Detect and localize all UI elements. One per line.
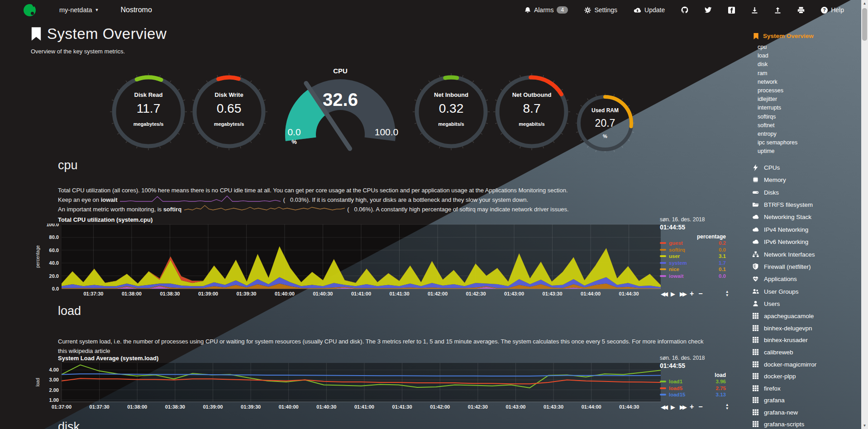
- sidebar-item-ipv6-networking[interactable]: IPv6 Networking: [752, 236, 859, 248]
- legend-row-iowait[interactable]: iowait0.0: [660, 273, 726, 280]
- page-scrollbar[interactable]: ▲ ▼: [861, 0, 868, 429]
- load-chart[interactable]: System Load Average (system.load)load1.0…: [35, 355, 723, 414]
- play-icon[interactable]: ▶: [671, 404, 675, 410]
- legend-row-load5[interactable]: load52.75: [660, 385, 726, 392]
- sidebar-item-calibreweb[interactable]: calibreweb: [752, 346, 859, 358]
- gauge-cpu[interactable]: CPU32.60.0100.0%: [272, 63, 408, 154]
- sidebar-item-label: docker-plpp: [764, 373, 796, 380]
- sidebar-item-grafana[interactable]: grafana: [752, 394, 859, 406]
- x-tick-label: 01:42:00: [428, 291, 448, 296]
- legend-row-load1[interactable]: load13.96: [660, 378, 726, 385]
- sidebar-item-firewall-netfilter-[interactable]: Firewall (netfilter): [752, 261, 859, 273]
- sidebar-item-network-interfaces[interactable]: Network Interfaces: [752, 248, 859, 260]
- resize-handle-icon[interactable]: ▲▼: [725, 403, 729, 410]
- sidebar-item-system-overview[interactable]: System Overview: [753, 33, 859, 39]
- legend-row-nice[interactable]: nice0.1: [660, 266, 726, 273]
- legend-row-softirq[interactable]: softirq0.0: [660, 247, 726, 253]
- hostname[interactable]: Nostromo: [120, 6, 152, 14]
- gauge-net-inbound[interactable]: Net Inbound0.32megabits/s: [413, 73, 490, 150]
- github-link[interactable]: [681, 6, 688, 14]
- twitter-link[interactable]: [705, 7, 712, 13]
- zoom-out-icon[interactable]: −: [698, 403, 702, 410]
- sidebar-item-user-groups[interactable]: User Groups: [752, 286, 859, 298]
- sidebar-item-grafana-scripts[interactable]: grafana-scripts: [752, 419, 859, 429]
- facebook-link[interactable]: [728, 7, 735, 14]
- load-description: Current system load, i.e. the number of …: [58, 337, 705, 356]
- zoom-in-icon[interactable]: +: [690, 403, 694, 410]
- skip-backward-icon[interactable]: ◀◀: [661, 291, 666, 297]
- section-heading-cpu: cpu: [58, 158, 78, 172]
- cloud-icon: [752, 226, 759, 233]
- legend-row-guest[interactable]: guest0.2: [660, 240, 726, 247]
- sidebar-item-binhex-krusader[interactable]: binhex-krusader: [752, 334, 859, 347]
- chart-legend: søn. 16. des. 201801:44:55loadload13.96l…: [660, 355, 726, 398]
- sidebar-subitem-softnet[interactable]: softnet: [758, 121, 859, 130]
- scroll-down-arrow-icon[interactable]: ▼: [861, 422, 868, 429]
- x-tick-label: 01:44:30: [619, 291, 639, 296]
- sidebar-item-disks[interactable]: Disks: [752, 186, 859, 198]
- sidebar-subitem-ram[interactable]: ram: [758, 69, 859, 78]
- legend-row-load15[interactable]: load153.13: [660, 391, 726, 398]
- sidebar-subitem-processes[interactable]: processes: [758, 86, 859, 95]
- hdd-icon: [752, 189, 759, 196]
- settings-label: Settings: [594, 6, 617, 14]
- sidebar-subitem-ipc-semaphores[interactable]: ipc semaphores: [758, 138, 859, 147]
- skip-forward-icon[interactable]: ▶▶: [680, 404, 685, 410]
- zoom-in-icon[interactable]: +: [690, 290, 694, 297]
- update-button[interactable]: Update: [634, 6, 665, 14]
- sidebar-subitem-interrupts[interactable]: interrupts: [758, 104, 859, 112]
- print-button[interactable]: [797, 7, 805, 14]
- netdata-logo-icon[interactable]: [24, 4, 36, 16]
- sidebar-subitem-idlejitter[interactable]: idlejitter: [758, 95, 859, 104]
- scrollbar-thumb[interactable]: [862, 8, 867, 41]
- gauge-net-outbound[interactable]: Net Outbound8.7megabits/s: [493, 73, 570, 150]
- alarms-button[interactable]: Alarms 4: [525, 6, 568, 14]
- wikipedia-link[interactable]: this wikipedia article: [58, 348, 110, 354]
- sidebar-item-networking-stack[interactable]: Networking Stack: [752, 211, 859, 223]
- chart-legend: søn. 16. des. 201801:44:55percentagegues…: [660, 216, 726, 279]
- softirq-term[interactable]: softirq: [163, 206, 181, 213]
- skip-backward-icon[interactable]: ◀◀: [661, 404, 666, 410]
- sidebar-item-btrfs-filesystem[interactable]: BTRFS filesystem: [752, 199, 859, 211]
- sidebar-item-docker-plpp[interactable]: docker-plpp: [752, 370, 859, 382]
- gauge-used-ram[interactable]: Used RAM20.7%: [576, 94, 634, 153]
- gauge-disk-write[interactable]: Disk Write0.65megabytes/s: [191, 73, 267, 150]
- legend-row-user[interactable]: user3.1: [660, 253, 726, 260]
- sidebar-item-memory[interactable]: Memory: [752, 174, 859, 186]
- sidebar-subitem-network[interactable]: network: [758, 78, 859, 86]
- settings-button[interactable]: Settings: [584, 6, 617, 14]
- save-snapshot-button[interactable]: [751, 7, 758, 14]
- cpu-chart[interactable]: Total CPU utilization (system.cpu)percen…: [35, 216, 723, 300]
- scroll-up-arrow-icon[interactable]: ▲: [861, 0, 868, 7]
- sidebar-item-binhex-delugevpn[interactable]: binhex-delugevpn: [752, 322, 859, 334]
- my-netdata-menu[interactable]: my-netdata ▼: [59, 6, 99, 14]
- resize-handle-icon[interactable]: ▲▼: [725, 290, 729, 297]
- sidebar-item-ipv4-networking[interactable]: IPv4 Networking: [752, 224, 859, 236]
- sidebar-subitem-load[interactable]: load: [758, 52, 859, 60]
- legend-label: iowait: [669, 273, 684, 279]
- sidebar-subitem-uptime[interactable]: uptime: [758, 147, 859, 156]
- skip-forward-icon[interactable]: ▶▶: [680, 291, 685, 297]
- sidebar-subitem-entropy[interactable]: entropy: [758, 130, 859, 138]
- gauge-disk-read[interactable]: Disk Read11.7megabytes/s: [110, 73, 187, 150]
- sidebar-subitem-disk[interactable]: disk: [758, 60, 859, 69]
- x-tick-label: 01:41:00: [354, 404, 374, 410]
- help-button[interactable]: ? Help: [821, 6, 844, 14]
- svg-text:?: ?: [823, 7, 825, 13]
- sidebar-item-grafana-new[interactable]: grafana-new: [752, 406, 859, 419]
- paren: (: [283, 196, 285, 203]
- iowait-term[interactable]: iowait: [101, 196, 118, 203]
- sidebar-item-apacheguacamole[interactable]: apacheguacamole: [752, 310, 859, 322]
- sidebar-item-applications[interactable]: Applications: [752, 273, 859, 285]
- legend-row-system[interactable]: system1.7: [660, 260, 726, 267]
- sidebar-item-users[interactable]: Users: [752, 298, 859, 310]
- sidebar-subitem-cpu[interactable]: cpu: [758, 43, 859, 52]
- zoom-out-icon[interactable]: −: [698, 290, 702, 297]
- sidebar-item-cpus[interactable]: CPUs: [752, 162, 859, 174]
- import-snapshot-button[interactable]: [774, 7, 781, 14]
- play-icon[interactable]: ▶: [671, 291, 675, 297]
- sidebar-item-label: Memory: [764, 176, 786, 183]
- sidebar-item-firefox[interactable]: firefox: [752, 382, 859, 395]
- sidebar-item-docker-magicmirror[interactable]: docker-magicmirror: [752, 358, 859, 371]
- sidebar-subitem-softirqs[interactable]: softirqs: [758, 113, 859, 121]
